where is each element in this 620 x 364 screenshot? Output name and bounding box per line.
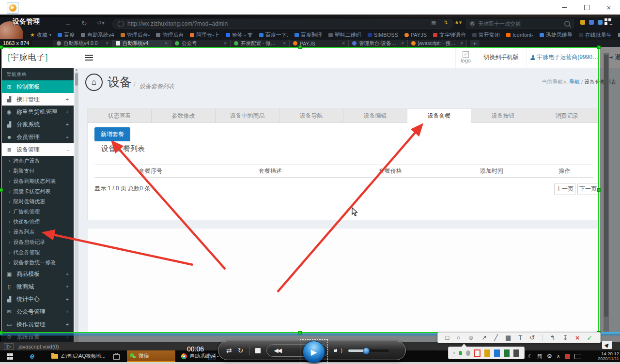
sidebar-subitem[interactable]: ›代金券管理: [1, 247, 74, 258]
stroke-size-large[interactable]: [466, 350, 470, 356]
menu-icon[interactable]: [598, 20, 603, 25]
tab-device-package[interactable]: 设备套餐: [407, 109, 471, 123]
selection-handle[interactable]: [0, 46, 3, 49]
tab-consume-record[interactable]: 消费记录: [535, 109, 599, 123]
add-package-button[interactable]: 新增套餐: [94, 127, 130, 141]
sidebar-item-operators[interactable]: ▭操作员管理+: [1, 318, 74, 331]
new-tab-button[interactable]: +: [470, 40, 480, 46]
browser-tab[interactable]: 公众号×: [171, 40, 231, 47]
refresh-icon[interactable]: ↻: [81, 19, 87, 27]
tray-expand-icon[interactable]: ∧: [557, 353, 560, 360]
sidebar-item-statistics[interactable]: ▟统计中心+: [1, 293, 74, 305]
recording-tray-icon[interactable]: [565, 354, 570, 359]
tab-device-nav[interactable]: 设备导航: [279, 109, 343, 123]
sidebar-subitem[interactable]: ›设备到期状态列表: [1, 176, 74, 186]
sidebar-item-interface[interactable]: ▟接口管理+: [1, 93, 74, 106]
selection-handle[interactable]: [0, 188, 3, 192]
text-tool-icon[interactable]: T: [518, 334, 522, 341]
player-dock-icon[interactable]: ←: [604, 18, 615, 27]
stroke-size-small[interactable]: [453, 352, 455, 354]
color-yellow[interactable]: [484, 349, 490, 357]
scrollbar-thumb[interactable]: [75, 73, 78, 86]
sidebar-item-dashboard[interactable]: ⊞控制面板: [1, 80, 74, 93]
taskbar-clock[interactable]: 14:20:122020/11/11: [597, 351, 619, 362]
sidebar-subitem[interactable]: ›刷脸支付: [1, 166, 74, 176]
sidebar-toggle-button[interactable]: [78, 47, 100, 68]
stroke-size-medium[interactable]: [459, 351, 462, 355]
minimize-button[interactable]: [557, 3, 572, 12]
expand-corner-icon[interactable]: ▶: [602, 341, 612, 349]
browser-tab[interactable]: 自助系统v4.0.0×: [53, 40, 112, 47]
bookmark-item[interactable]: 登录: [618, 31, 620, 39]
brand-logo[interactable]: [宇脉电子]: [8, 47, 48, 68]
tab-device-goods[interactable]: 设备中的商品: [216, 109, 279, 123]
stop-button[interactable]: [255, 348, 261, 353]
notification-icon[interactable]: [580, 20, 585, 25]
sidebar-subitem[interactable]: ›流量卡状态列表: [1, 186, 74, 197]
sidebar-subitem[interactable]: ›限时促销优惠: [1, 197, 74, 207]
sidebar-subitem[interactable]: ›设备参数统一修改: [1, 258, 74, 268]
selection-handle[interactable]: [298, 331, 302, 334]
selection-handle[interactable]: [298, 46, 302, 49]
tab-close-icon[interactable]: ×: [460, 41, 463, 46]
lightning-icon[interactable]: ↯: [444, 19, 448, 26]
bookmark-item[interactable]: SIMBOSS: [368, 32, 398, 38]
bookmark-item[interactable]: 验签 - 支: [226, 31, 253, 39]
rewind-button[interactable]: ◀◀: [274, 347, 280, 354]
tab-close-icon[interactable]: ×: [165, 41, 168, 46]
ime-indicator[interactable]: 简: [537, 353, 542, 360]
scroll-up-icon[interactable]: ▲: [75, 68, 78, 72]
sidebar-subitem-device-list[interactable]: ›设备列表: [1, 227, 74, 237]
sidebar-subitem[interactable]: ›广告机管理: [1, 207, 74, 217]
sidebar-item-ledger[interactable]: ▟分账系统+: [1, 118, 74, 131]
bookmark-item[interactable]: 常开常闭: [472, 31, 500, 39]
rect-tool-icon[interactable]: □: [446, 334, 450, 341]
emoji-tool-icon[interactable]: ☺: [468, 334, 474, 341]
bookmark-item[interactable]: 迅捷思维导: [540, 31, 573, 39]
address-bar[interactable]: http://wx.zizhuxitong.com/?mod=admin: [112, 19, 453, 29]
sidebar-item-micro-mall[interactable]: ▯微商城+: [1, 280, 74, 293]
sidebar-item-official-account[interactable]: ✉公众号管理+: [1, 305, 74, 318]
account-menu[interactable]: 宇脉电子运营商(99901) - 齐..: [526, 47, 603, 68]
arrow-tool-icon[interactable]: ↗: [481, 334, 487, 341]
play-button[interactable]: ▶: [303, 341, 325, 363]
undo-icon[interactable]: ↺▾: [97, 19, 105, 26]
undo-icon[interactable]: ↺: [529, 334, 535, 341]
volume-knob[interactable]: [363, 348, 370, 354]
tab-close-icon[interactable]: ×: [401, 41, 404, 46]
bookmark-item[interactable]: 文字转语音: [433, 31, 466, 39]
settings-gear-icon[interactable]: ⚙: [547, 353, 552, 360]
pen-tool-icon[interactable]: ╱: [494, 334, 498, 341]
bookmark-item[interactable]: 百度翻译: [294, 31, 322, 39]
shuffle-icon[interactable]: ⇄: [226, 347, 232, 354]
browser-search-box[interactable]: S 天猫双十一成交额: [466, 19, 574, 29]
mosaic-tool-icon[interactable]: ▦: [505, 334, 511, 341]
bookmark-item[interactable]: Iconfont-: [506, 32, 533, 38]
bookmark-item[interactable]: 自助系统v4: [81, 31, 114, 39]
color-red-selected[interactable]: [474, 349, 480, 357]
taskbar-wechat[interactable]: 微信: [127, 350, 175, 362]
color-blue[interactable]: [494, 349, 500, 357]
browser-tab[interactable]: javascript: - 搜狗搜索×: [408, 40, 467, 47]
taskbar-folder[interactable]: Z:\售后\AQ视频地...: [48, 350, 108, 362]
tab-close-icon[interactable]: ×: [342, 41, 345, 46]
bookmark-item[interactable]: PAYJS: [404, 32, 427, 38]
taskbar-store[interactable]: [110, 350, 123, 362]
sidebar-scrollbar[interactable]: ▲: [75, 68, 78, 345]
tab-device-button[interactable]: 设备按钮: [471, 109, 535, 123]
favorites-menu[interactable]: ★收藏▾: [30, 31, 51, 39]
prev-page-button[interactable]: 上一页: [554, 183, 575, 195]
color-green[interactable]: [504, 349, 510, 357]
search-icon[interactable]: [564, 21, 570, 27]
bookmark-item[interactable]: 百度: [58, 31, 75, 39]
maximize-button[interactable]: [579, 3, 594, 12]
tab-status-view[interactable]: 状态查看: [88, 109, 152, 123]
bookmark-item[interactable]: 在线批量生: [579, 31, 612, 39]
qr-icon[interactable]: ▦: [431, 19, 436, 26]
bookmark-item[interactable]: 塑料二维码: [328, 31, 361, 39]
bookmark-item[interactable]: 管理后台-: [121, 31, 150, 39]
export-icon[interactable]: ↰: [550, 334, 556, 341]
night-mode-icon[interactable]: ☾: [528, 353, 533, 360]
tab-device-edit[interactable]: 设备编辑: [343, 109, 407, 123]
confirm-capture-icon[interactable]: ✓: [587, 334, 593, 342]
